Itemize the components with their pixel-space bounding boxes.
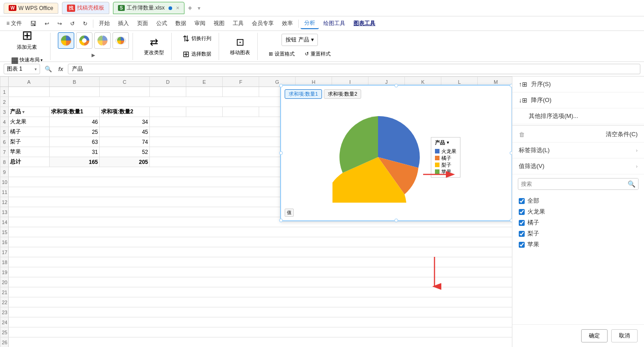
cell-A7[interactable]: 苹果 (9, 147, 50, 157)
search-submit-button[interactable]: 🔍 (625, 179, 638, 189)
cell-F3[interactable] (223, 107, 259, 117)
value-filter-item[interactable]: 值筛选(V) › (512, 158, 644, 174)
cell-A8[interactable]: 总计 (9, 157, 50, 167)
cell-B7[interactable]: 31 (50, 147, 100, 157)
cell-C5[interactable]: 45 (100, 127, 150, 137)
template-tab[interactable]: 找 找稿壳模板 (62, 2, 109, 14)
confirm-button[interactable]: 确定 (581, 329, 608, 342)
menu-extra1[interactable]: ↺ (66, 19, 78, 28)
col-A[interactable]: A (9, 77, 50, 87)
resize-bottom[interactable] (394, 219, 398, 222)
menu-extra2[interactable]: ↻ (79, 19, 91, 28)
resize-bottom-right[interactable] (510, 219, 512, 222)
checkbox-huolongguo-input[interactable] (519, 209, 525, 215)
label-filter-item[interactable]: 标签筛选(L) › (512, 143, 644, 158)
cell-A3[interactable]: 产品 ▾ (9, 107, 50, 117)
resize-top[interactable] (394, 84, 398, 87)
cell-C3[interactable]: 求和项:数量2 (100, 107, 150, 117)
checkbox-huolongguo[interactable]: 火龙果 (519, 206, 638, 217)
cell-D1[interactable] (150, 87, 186, 97)
add-tab-button[interactable]: + (188, 4, 192, 12)
cell-C7[interactable]: 52 (100, 147, 150, 157)
zoom-icon[interactable]: 🔍 (43, 66, 54, 72)
fx-button[interactable]: fx (56, 66, 65, 72)
checkbox-all-input[interactable] (519, 198, 525, 204)
checkbox-pingguo-input[interactable] (519, 242, 525, 248)
chart-filter-button[interactable]: 值 (285, 209, 294, 217)
checkbox-juzi[interactable]: 橘子 (519, 217, 638, 228)
menu-undo-icon[interactable]: ↩ (41, 19, 53, 28)
menu-tools[interactable]: 工具 (229, 18, 247, 29)
set-format-button[interactable]: ⊞ 设置格式 (265, 49, 298, 59)
col-D[interactable]: D (150, 77, 186, 87)
chart-type-4[interactable] (112, 32, 129, 49)
sort-desc-item[interactable]: ↓⊞ 降序(O) (512, 92, 644, 108)
cell-E3[interactable] (186, 107, 223, 117)
cell-C4[interactable]: 34 (100, 117, 150, 127)
switch-row-col-button[interactable]: ⇅ 切换行列 (179, 32, 215, 46)
cell-F1[interactable] (223, 87, 259, 97)
menu-page[interactable]: 页面 (133, 18, 152, 29)
col-F[interactable]: F (223, 77, 259, 87)
cell-A5[interactable]: 橘子 (9, 127, 50, 137)
product-dropdown-button[interactable]: 按钮 产品 ▾ (281, 34, 317, 46)
chart-type-2[interactable] (76, 32, 92, 49)
resize-top-left[interactable] (279, 84, 283, 87)
resize-right[interactable] (510, 151, 512, 155)
menu-review[interactable]: 审阅 (191, 18, 209, 29)
cell-A4[interactable]: 火龙果 (9, 117, 50, 127)
menu-vip[interactable]: 会员专享 (248, 18, 277, 29)
col-E[interactable]: E (186, 77, 223, 87)
checkbox-lizi[interactable]: 梨子 (519, 228, 638, 239)
resize-top-right[interactable] (510, 84, 512, 87)
reset-style-button[interactable]: ↺ 重置样式 (301, 49, 334, 59)
cell-A6[interactable]: 梨子 (9, 137, 50, 147)
checkbox-all[interactable]: 全部 (519, 195, 638, 206)
menu-view[interactable]: 视图 (210, 18, 228, 29)
select-data-button[interactable]: ⊞ 选择数据 (179, 47, 215, 61)
cell-C6[interactable]: 74 (100, 137, 150, 147)
checkbox-juzi-input[interactable] (519, 220, 525, 226)
cell-B1[interactable] (50, 87, 100, 97)
cell-B8[interactable]: 165 (50, 157, 100, 167)
more-options-item[interactable]: 其他排序选项(M)... (512, 108, 644, 124)
menu-insert[interactable]: 插入 (114, 18, 133, 29)
tab-dropdown[interactable]: ▾ (198, 5, 200, 11)
sort-asc-item[interactable]: ↑⊞ 升序(S) (512, 77, 644, 92)
cell-B6[interactable]: 63 (50, 137, 100, 147)
cell-E1[interactable] (186, 87, 223, 97)
wps-office-tab[interactable]: W W WPS Office (4, 3, 58, 14)
col-C[interactable]: C (100, 77, 150, 87)
cell-B5[interactable]: 25 (50, 127, 100, 137)
col-B[interactable]: B (50, 77, 100, 87)
chart-type-1[interactable] (58, 32, 74, 49)
menu-redo-icon[interactable]: ↪ (54, 19, 66, 28)
cell-B4[interactable]: 46 (50, 117, 100, 127)
chart-tab-1[interactable]: 求和项:数量1 (285, 89, 322, 99)
chart-type-3[interactable] (94, 32, 111, 49)
add-element-button[interactable]: ⊞ 添加元素 (13, 26, 41, 52)
menu-efficiency[interactable]: 效率 (278, 18, 296, 29)
move-chart-button[interactable]: ⊡ 移动图表 (226, 35, 254, 58)
chart-tab-2[interactable]: 求和项:数量2 (324, 89, 361, 99)
cancel-button[interactable]: 取消 (611, 329, 638, 342)
cell-D3[interactable] (150, 107, 186, 117)
checkbox-lizi-input[interactable] (519, 231, 525, 237)
menu-chart-tools[interactable]: 图表工具 (350, 18, 379, 29)
chart-container[interactable]: 求和项:数量1 求和项:数量2 (280, 85, 512, 221)
cell-B3[interactable]: 求和项:数量1 (50, 107, 100, 117)
legend-product-dropdown[interactable]: ▾ (447, 140, 449, 145)
change-type-button[interactable]: ⇄ 更改类型 (140, 35, 168, 58)
menu-draw-tools[interactable]: 绘图工具 (320, 18, 349, 29)
cell-ref-dropdown[interactable]: ▾ (35, 67, 37, 71)
file-tab[interactable]: S 工作簿数量.xlsx ✕ (113, 2, 184, 14)
cell-C8[interactable]: 205 (100, 157, 150, 167)
cell-C1[interactable] (100, 87, 150, 97)
resize-bottom-left[interactable] (279, 219, 283, 222)
checkbox-pingguo[interactable]: 苹果 (519, 239, 638, 250)
cell-A1[interactable] (9, 87, 50, 97)
menu-analyze[interactable]: 分析 (301, 18, 319, 29)
formula-input[interactable]: 产品 (68, 64, 640, 74)
resize-left[interactable] (279, 151, 283, 155)
menu-home[interactable]: 开始 (95, 18, 113, 29)
